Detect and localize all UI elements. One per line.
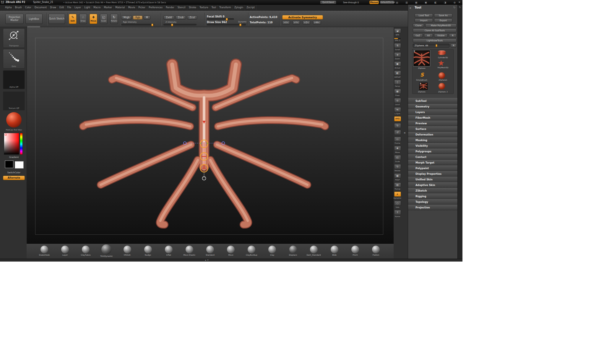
- right-shelf-button[interactable]: ⊕ Zoom: [394, 52, 401, 60]
- brush-item[interactable]: Inflat: [159, 246, 179, 256]
- import-button[interactable]: Import: [415, 19, 433, 22]
- spix-slider[interactable]: [394, 38, 401, 39]
- active-tool-thumbnail[interactable]: 2: [413, 50, 430, 66]
- default-zscript-button[interactable]: DefaultZScript: [380, 1, 394, 4]
- z-intensity-slider[interactable]: [163, 24, 197, 25]
- right-shelf-button[interactable]: ⇑ Xpose: [394, 210, 401, 217]
- menu-item[interactable]: Movie: [127, 5, 137, 10]
- draw-size-slider[interactable]: [207, 24, 246, 25]
- menus-toggle-button[interactable]: Menus: [369, 1, 379, 4]
- simplebrush-thumbnail[interactable]: S: [420, 72, 424, 78]
- window-icon[interactable]: ◍: [454, 1, 456, 4]
- right-shelf-button[interactable]: ↺: [394, 130, 401, 135]
- active-tool-slider-handle[interactable]: [436, 44, 437, 47]
- right-shelf-button[interactable]: ◪ BPR: [394, 28, 401, 36]
- section-header[interactable]: SubTool: [408, 98, 458, 104]
- alternate-button[interactable]: Alternate: [3, 176, 25, 180]
- mode-button[interactable]: ◱ Scale: [100, 14, 108, 24]
- clone-button[interactable]: Clone: [413, 24, 424, 27]
- draw-size-handle[interactable]: [239, 24, 241, 26]
- menu-item[interactable]: Marker: [102, 5, 114, 10]
- section-header[interactable]: Display Properties: [408, 171, 458, 177]
- tray-resize-handle[interactable]: ▴ ▾: [205, 259, 209, 261]
- right-shelf-button[interactable]: ⇆ L.Sym: [394, 107, 401, 115]
- menu-item[interactable]: Material: [114, 5, 127, 10]
- right-shelf-button[interactable]: ⇅ Scroll: [394, 43, 401, 50]
- right-shelf-button[interactable]: ▩ PolyF: [394, 173, 401, 181]
- brush-item[interactable]: ClayBuildup: [241, 246, 262, 256]
- menu-item[interactable]: Color: [24, 5, 33, 10]
- active-tool-slider[interactable]: ZSphere. 49: [413, 44, 449, 48]
- window-icon[interactable]: ◧: [434, 1, 437, 4]
- brush-item[interactable]: Move: [221, 246, 241, 256]
- stroke-dots-tile[interactable]: Dots: [3, 49, 25, 68]
- right-dock-edge[interactable]: ↻: [457, 5, 462, 262]
- section-header[interactable]: Unified Skin: [408, 177, 458, 182]
- make-polymesh3d-button[interactable]: Make PolyMesh3D: [425, 24, 457, 27]
- symmetry-axis-button[interactable]: >X<: [282, 21, 290, 25]
- texture-selector-tile[interactable]: Texture Off: [3, 92, 25, 110]
- lightbox-tools-button[interactable]: Lightbox▸Tools: [413, 39, 457, 43]
- menu-item[interactable]: Transform: [218, 5, 233, 10]
- section-header[interactable]: Contact: [408, 154, 458, 160]
- paint-mode-button[interactable]: M: [144, 16, 150, 19]
- brush-item[interactable]: ClayTubes: [76, 246, 96, 256]
- window-icon[interactable]: ▣: [425, 1, 427, 4]
- color-picker[interactable]: [4, 133, 24, 155]
- material-selector-tile[interactable]: MatCap Red Wax: [3, 112, 25, 132]
- brush-item[interactable]: Nudge: [138, 246, 158, 256]
- section-header[interactable]: Layers: [408, 109, 458, 115]
- window-icon[interactable]: ◨: [444, 1, 447, 4]
- zsphere2-thumbnail[interactable]: [439, 83, 445, 89]
- sculpt-mode-button[interactable]: Zsub: [176, 16, 186, 19]
- symmetry-axis-button[interactable]: >Y<: [293, 21, 300, 25]
- export-button[interactable]: Export: [434, 19, 452, 22]
- mode-button[interactable]: ∴ Draw: [79, 14, 87, 24]
- menu-item[interactable]: Zscript: [245, 5, 256, 10]
- brush-item[interactable]: Displace: [283, 246, 303, 256]
- mode-button[interactable]: ✚ Move: [90, 14, 97, 24]
- canvas-resize-handle[interactable]: [27, 26, 40, 27]
- quicksave-button[interactable]: QuickSave: [320, 1, 336, 4]
- section-header[interactable]: Morph Target: [408, 160, 458, 165]
- focal-shift-slider[interactable]: [207, 18, 234, 20]
- hue-strip[interactable]: [20, 133, 23, 155]
- right-shelf-button[interactable]: ▣ Actual: [394, 61, 401, 69]
- brush-item[interactable]: hPolish: [117, 246, 137, 256]
- main-color-swatch[interactable]: [5, 160, 14, 168]
- paint-mode-button[interactable]: Mrgb: [121, 16, 132, 19]
- alpha-selector-tile[interactable]: Alpha Off: [3, 70, 25, 89]
- menu-item[interactable]: Zplugin: [233, 5, 245, 10]
- brush-item[interactable]: Standard: [200, 246, 220, 256]
- section-header[interactable]: Preview: [408, 120, 458, 126]
- section-header[interactable]: Masking: [408, 137, 458, 143]
- sculpt-mode-button[interactable]: Zadd: [163, 16, 174, 19]
- projection-master-button[interactable]: Projection Master: [5, 14, 24, 24]
- right-shelf-button[interactable]: ◰ Scale: [394, 155, 401, 162]
- brush-item[interactable]: SnakeHook: [34, 246, 54, 256]
- lightbox-button[interactable]: LightBox: [25, 14, 43, 24]
- brush-item[interactable]: Move Elastic: [179, 246, 199, 256]
- window-icon[interactable]: ▤: [396, 1, 398, 4]
- menu-item[interactable]: Alpha: [4, 5, 14, 10]
- clone-all-subtools-button[interactable]: Clone All SubTools: [413, 29, 457, 32]
- menu-item[interactable]: Edit: [58, 5, 66, 10]
- dock-refresh-icon[interactable]: ↻: [459, 6, 461, 9]
- section-header[interactable]: Topology: [408, 199, 458, 205]
- mode-button[interactable]: ↻ Rotate: [110, 14, 118, 24]
- menu-item[interactable]: File: [66, 5, 73, 10]
- section-header[interactable]: FiberMesh: [408, 115, 458, 120]
- menu-item[interactable]: Brush: [14, 5, 24, 10]
- section-header[interactable]: Geometry: [408, 104, 458, 109]
- right-shelf-button[interactable]: ▨ Transp: [394, 182, 401, 190]
- focal-shift-handle[interactable]: [226, 18, 228, 21]
- symmetry-axis-button[interactable]: >Z<: [303, 21, 310, 25]
- rgb-intensity-handle[interactable]: [151, 24, 153, 26]
- rgb-intensity-slider[interactable]: [121, 24, 154, 25]
- quick-sketch-button[interactable]: Quick Sketch: [48, 14, 65, 24]
- section-header[interactable]: Surface: [408, 126, 458, 132]
- load-tool-button[interactable]: Load Tool: [415, 14, 433, 17]
- cylinder3d-thumbnail[interactable]: [438, 50, 446, 55]
- menu-item[interactable]: Preferences: [147, 5, 164, 10]
- brush-item[interactable]: Flatten: [366, 246, 386, 256]
